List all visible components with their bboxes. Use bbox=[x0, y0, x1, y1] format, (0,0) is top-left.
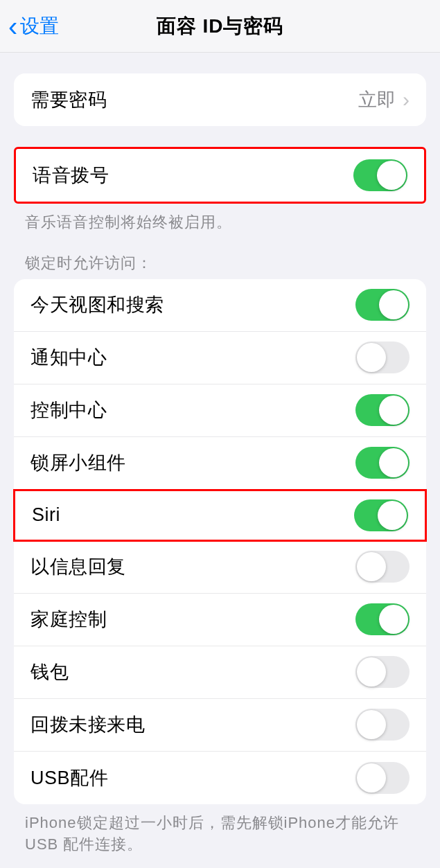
access-toggle[interactable] bbox=[355, 762, 410, 794]
voice-dial-label: 语音拨号 bbox=[33, 163, 353, 188]
access-toggle[interactable] bbox=[355, 551, 410, 583]
access-toggle[interactable] bbox=[355, 447, 410, 479]
nav-bar: ‹ 设置 面容 ID与密码 bbox=[0, 0, 440, 53]
access-toggle[interactable] bbox=[355, 603, 410, 635]
voice-dial-group: 语音拨号 bbox=[14, 147, 426, 204]
access-header: 锁定时允许访问： bbox=[25, 253, 415, 274]
access-row: 钱包 bbox=[14, 646, 426, 699]
access-row-label: USB配件 bbox=[30, 765, 355, 790]
access-row: 回拨未接来电 bbox=[14, 699, 426, 752]
back-button[interactable]: ‹ 设置 bbox=[0, 12, 59, 40]
access-row-label: 控制中心 bbox=[30, 398, 355, 423]
toggle-knob bbox=[379, 605, 408, 634]
access-row: 今天视图和搜索 bbox=[14, 279, 426, 332]
access-row-label: 锁屏小组件 bbox=[30, 450, 355, 475]
access-row-label: 通知中心 bbox=[30, 345, 355, 370]
toggle-knob bbox=[379, 448, 408, 477]
access-row: USB配件 bbox=[14, 752, 426, 804]
access-toggle[interactable] bbox=[355, 342, 410, 373]
require-passcode-row[interactable]: 需要密码 立即 › bbox=[14, 73, 426, 126]
voice-dial-toggle[interactable] bbox=[353, 159, 407, 191]
toggle-knob bbox=[357, 552, 386, 581]
access-row: 以信息回复 bbox=[14, 541, 426, 594]
access-toggle[interactable] bbox=[355, 289, 410, 321]
access-row-label: 钱包 bbox=[30, 659, 355, 684]
access-row-label: 以信息回复 bbox=[30, 554, 355, 579]
access-row-label: Siri bbox=[32, 504, 354, 526]
access-toggle[interactable] bbox=[355, 656, 410, 688]
access-row-label: 家庭控制 bbox=[30, 607, 355, 632]
access-row: 通知中心 bbox=[14, 332, 426, 384]
toggle-knob bbox=[377, 161, 406, 190]
toggle-knob bbox=[357, 763, 386, 792]
toggle-knob bbox=[379, 396, 408, 425]
access-toggle[interactable] bbox=[355, 394, 410, 426]
toggle-knob bbox=[378, 501, 407, 530]
require-passcode-label: 需要密码 bbox=[30, 87, 358, 112]
toggle-knob bbox=[357, 343, 386, 372]
access-group: 今天视图和搜索通知中心控制中心锁屏小组件Siri以信息回复家庭控制钱包回拨未接来… bbox=[14, 279, 426, 804]
back-label: 设置 bbox=[20, 13, 59, 39]
chevron-right-icon: › bbox=[403, 88, 410, 112]
access-row-label: 回拨未接来电 bbox=[30, 712, 355, 737]
voice-dial-row: 语音拨号 bbox=[16, 149, 424, 202]
toggle-knob bbox=[357, 657, 386, 687]
access-row: 家庭控制 bbox=[14, 594, 426, 646]
voice-dial-footer: 音乐语音控制将始终被启用。 bbox=[25, 212, 415, 233]
access-row-label: 今天视图和搜索 bbox=[30, 292, 355, 317]
passcode-group: 需要密码 立即 › bbox=[14, 73, 426, 126]
access-row: 锁屏小组件 bbox=[14, 437, 426, 490]
access-toggle[interactable] bbox=[355, 709, 410, 741]
toggle-knob bbox=[357, 710, 386, 739]
toggle-knob bbox=[379, 290, 408, 319]
require-passcode-value: 立即 bbox=[358, 87, 396, 112]
access-row: Siri bbox=[13, 489, 427, 542]
access-toggle[interactable] bbox=[354, 499, 408, 531]
access-row: 控制中心 bbox=[14, 384, 426, 437]
page-title: 面容 ID与密码 bbox=[157, 13, 284, 39]
chevron-left-icon: ‹ bbox=[8, 12, 17, 40]
usb-footer: iPhone锁定超过一小时后，需先解锁iPhone才能允许USB 配件连接。 bbox=[25, 813, 415, 856]
